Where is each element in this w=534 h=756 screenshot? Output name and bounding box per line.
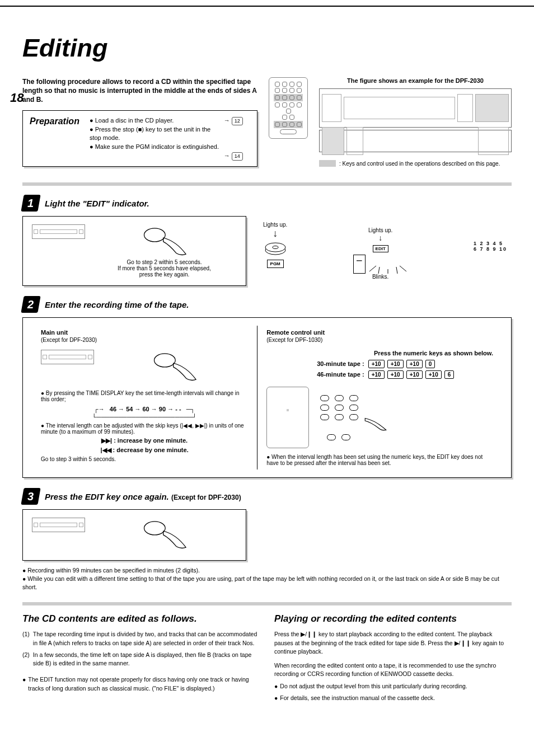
goto-step-3: Go to step 3 within 5 seconds. [41,456,248,462]
keycap: +10 [387,370,404,379]
svg-point-10 [144,522,166,535]
remote-diagram-2 [266,387,309,448]
device-diagram [32,224,85,239]
keycap: +10 [368,360,385,368]
svg-line-7 [396,267,397,274]
hand-icon-4 [138,518,191,551]
track-row-2: 6 7 8 9 10 [474,246,507,252]
cd-item-1: The tape recording time input is divided… [33,630,260,647]
lights-up-right: Lights up. [293,227,468,233]
step-3-title: Press the EDIT key once again. (Except f… [45,492,241,501]
step-2-panel: Main unit (Except for DPF-2030) ● By pre… [22,317,512,478]
intro-text: The following procedure allows to record… [22,77,257,105]
figure-caption: The figure shows an example for the DPF-… [319,77,512,84]
cd-item-2: In a few seconds, the time left on tape … [33,651,260,668]
main-unit-sub: (Except for DPF-2030) [41,337,248,343]
prep-item-1: Load a disc in the CD player. [95,117,174,124]
step-3-panel [22,509,246,561]
hand-icon-2 [148,350,201,383]
keycap: +10 [406,370,423,379]
page-ref-14: 14 [232,152,243,161]
prep-item-3: Make sure the PGM indicator is extinguis… [95,143,219,150]
hand-icon [138,224,191,258]
keycap: +10 [406,360,423,368]
increase-label: ▶▶| : increase by one minute. [41,437,248,444]
step-2-number: 2 [21,296,40,313]
cd-contents-title: The CD contents are edited as follows. [22,613,260,624]
playing-bullet-2: For details, see the instruction manual … [280,694,435,702]
device-diagram-2 [41,350,94,364]
keycap: +10 [387,360,404,368]
edit-warning: The EDIT function may not operate proper… [28,675,260,692]
playing-title: Playing or recording the edited contents [274,613,512,624]
main-unit-head: Main unit [41,329,248,336]
player-diagram-2 [319,130,512,152]
remote-unit-sub: (Except for DPF-1030) [266,337,493,343]
legend-swatch [319,160,336,167]
playing-p2: When recording the edited content onto a… [274,661,512,678]
svg-line-8 [400,266,406,271]
ex30-label: 30-minute tape [317,360,360,367]
step-1-caption: Go to step 2 within 5 seconds. If more t… [92,259,237,278]
pgm-indicator: PGM [267,260,284,268]
skip-note: The interval length can be adjusted with… [41,422,244,435]
numeric-instruction: Press the numeric keys as shown below. [266,350,493,356]
step-3-number: 3 [21,488,40,505]
edit-indicator: EDIT [373,245,388,252]
svg-point-2 [265,243,285,252]
page-title: Editing [22,34,512,63]
keycap: +10 [368,370,385,379]
step-1-number: 1 [21,195,40,212]
step-1-panel: Go to step 2 within 5 seconds. If more t… [22,216,246,286]
preparation-box: Preparation ● Load a disc in the CD play… [22,110,257,167]
remote-unit-head: Remote control unit [266,329,493,336]
footnote-2: While you can edit with a different time… [22,575,499,590]
keycap: 6 [444,370,455,379]
keycap: 0 [425,360,435,368]
footnote-1: Recording within 99 minutes can be speci… [27,567,200,574]
track-row-1: 1 2 3 4 5 [474,241,507,246]
prep-item-2: Press the stop (■) key to set the unit i… [90,126,210,142]
edit-key-note: When the interval length has been set us… [266,454,483,466]
player-diagram [319,88,512,128]
step-1-title: Light the "EDIT" indicator. [45,199,149,208]
display-diagram: Lights up. ↓ PGM Lights up. ↓ EDIT ⎺ B [263,222,507,280]
step-3-note: (Except for DPF-2030) [171,494,241,501]
disc-icon [264,240,287,255]
svg-line-5 [378,267,380,274]
legend-text: : Keys and control used in the operation… [339,161,500,167]
keycap: +10 [425,370,442,379]
list-number: (2) [22,651,30,668]
sequence: 46 → 54 → 60 → 90 → - - [106,405,185,414]
seg-display: ⎺ [353,255,366,274]
decrease-label: |◀◀ : decrease by one minute. [41,447,248,454]
playing-bullet-1: Do not adjust the output level from this… [280,682,467,691]
preparation-title: Preparation [30,116,79,126]
device-diagram-3 [32,518,85,532]
playing-p1: Press the ▶/❙❙ key to start playback acc… [274,630,512,656]
page-ref-12: 12 [232,117,243,125]
svg-line-4 [369,266,376,271]
blinks-label: Blinks. [293,274,468,280]
lights-up-left: Lights up. [263,222,287,228]
list-number: (1) [22,630,30,647]
remote-diagram [269,77,308,139]
blink-icon [368,255,407,274]
numeric-keypad [320,395,390,440]
page-number: 18 [10,91,24,105]
svg-point-0 [144,228,166,242]
svg-point-9 [154,354,176,367]
step-2-title: Enter the recording time of the tape. [45,300,189,309]
time-display-note: By pressing the TIME DISPLAY key the set… [41,390,240,402]
ex46-label: 46-minute tape [317,371,360,378]
hand-icon-3 [362,414,390,431]
